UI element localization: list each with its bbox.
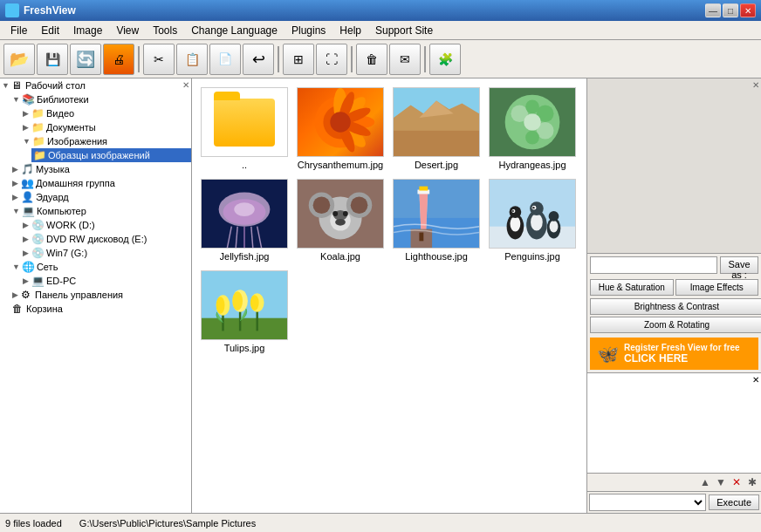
hue-saturation-button[interactable]: Hue & Saturation	[590, 279, 674, 296]
right-panel-close-button[interactable]: ✕	[752, 80, 759, 90]
thumbnail-penguins[interactable]: Penguins.jpg	[484, 174, 580, 266]
thumbnail-parent-folder[interactable]: ..	[196, 83, 292, 174]
dvd-e-icon: 💿	[31, 233, 45, 245]
trash-label: Корзина	[26, 304, 63, 314]
menu-help[interactable]: Help	[333, 23, 368, 38]
expand-icon: ▶	[23, 123, 30, 132]
expand-icon: ▶	[23, 221, 30, 229]
fullscreen-button[interactable]: ⛶	[316, 44, 347, 75]
expand-icon: ▶	[23, 249, 30, 257]
work-d-label: WORK (D:)	[46, 220, 95, 230]
plugin-button[interactable]: 🧩	[429, 44, 461, 75]
menu-file[interactable]: File	[3, 23, 34, 38]
svg-point-38	[351, 196, 368, 214]
expand-icon: ▼	[12, 95, 20, 104]
sidebar-item-win7-g[interactable]: ▶ 💿 Win7 (G:)	[21, 246, 191, 260]
toolbar: 📂 💾 🔄 🖨 ✂ 📋 📄 ↩ ⊞ ⛶ 🗑 ✉ 🧩	[0, 40, 761, 78]
sidebar-item-libraries[interactable]: ▼ 📚 Библиотеки	[10, 92, 191, 106]
svg-point-66	[549, 211, 559, 222]
save-as-button[interactable]: Save as :	[720, 256, 758, 274]
sidebar-item-sample-images[interactable]: 📁 Образцы изображений	[31, 148, 191, 162]
sidebar-item-computer[interactable]: ▼ 💻 Компьютер	[10, 204, 191, 218]
menu-support-site[interactable]: Support Site	[368, 23, 440, 38]
sidebar-item-dvd-e[interactable]: ▶ 💿 DVD RW дисковод (E:)	[21, 232, 191, 246]
sidebar-item-control-panel[interactable]: ▶ ⚙ Панель управления	[10, 288, 191, 302]
menu-change-language[interactable]: Change Language	[184, 23, 285, 38]
sidebar-item-music[interactable]: ▶ 🎵 Музыка	[10, 162, 191, 176]
thumbnail-jellyfish[interactable]: Jellyfish.jpg	[196, 174, 292, 266]
tulips-svg	[202, 270, 287, 340]
main-area: ✕ ▼ 🖥 Рабочий стол ▼ 📚 Библиотеки ▶ 📁 Ви…	[0, 78, 761, 513]
menu-edit[interactable]: Edit	[34, 23, 66, 38]
script-dropdown[interactable]	[589, 494, 706, 511]
thumbnail-label: Desert.jpg	[415, 160, 458, 170]
minimize-button[interactable]: —	[705, 3, 721, 17]
sidebar-item-ed-pc[interactable]: ▶ 💻 ED-PC	[21, 274, 191, 288]
thumbnail-label: Jellyfish.jpg	[220, 251, 270, 262]
thumbnail-desert[interactable]: Desert.jpg	[388, 83, 484, 174]
sidebar-item-edward[interactable]: ▶ 👤 Эдуард	[10, 190, 191, 204]
rotate-left-button[interactable]: ↩	[243, 44, 274, 75]
sidebar-item-video[interactable]: ▶ 📁 Видео	[21, 106, 191, 120]
thumbnail-lighthouse[interactable]: Lighthouse.jpg	[388, 174, 484, 266]
menu-tools[interactable]: Tools	[146, 23, 184, 38]
sidebar-item-documents[interactable]: ▶ 📁 Документы	[21, 120, 191, 134]
thumbnail-tulips[interactable]: Tulips.jpg	[196, 266, 292, 358]
close-button[interactable]: ✕	[740, 3, 756, 17]
arrow-down-button[interactable]: ▼	[714, 475, 728, 489]
thumbnail-koala[interactable]: Koala.jpg	[292, 174, 388, 266]
sidebar: ✕ ▼ 🖥 Рабочий стол ▼ 📚 Библиотеки ▶ 📁 Ви…	[0, 78, 192, 513]
homegroup-label: Домашняя группа	[36, 178, 115, 188]
sidebar-item-work-d[interactable]: ▶ 💿 WORK (D:)	[21, 218, 191, 232]
thumbnail-image	[297, 87, 384, 157]
thumbnail-image	[297, 179, 384, 249]
save-input[interactable]	[590, 256, 717, 274]
save-button[interactable]: 💾	[37, 44, 68, 75]
menu-image[interactable]: Image	[66, 23, 109, 38]
maximize-button[interactable]: □	[723, 3, 738, 17]
sidebar-item-network[interactable]: ▼ 🌐 Сеть	[10, 260, 191, 274]
expand-icon: ▼	[12, 263, 20, 271]
work-d-icon: 💿	[31, 219, 45, 231]
brightness-contrast-button[interactable]: Brightness & Contrast	[590, 298, 761, 315]
expand-button[interactable]: ✱	[745, 475, 759, 489]
right-bottom-close[interactable]: ✕	[752, 375, 759, 385]
network-label: Сеть	[37, 262, 58, 272]
email-button[interactable]: ✉	[389, 44, 421, 75]
menu-view[interactable]: View	[109, 23, 146, 38]
thumbnail-label: Lighthouse.jpg	[405, 251, 468, 262]
slideshow-button[interactable]: ⊞	[283, 44, 314, 75]
paste-button[interactable]: 📄	[209, 44, 241, 75]
execute-button[interactable]: Execute	[709, 494, 759, 510]
save-row: Save as :	[587, 253, 761, 276]
thumbnail-label: Chrysanthemum.jpg	[298, 160, 383, 170]
arrow-up-button[interactable]: ▲	[698, 475, 712, 489]
separator-1	[138, 46, 140, 72]
register-text-line1: Register Fresh View for free	[624, 343, 740, 352]
svg-point-56	[510, 206, 522, 218]
refresh-button[interactable]: 🔄	[70, 44, 101, 75]
delete-script-button[interactable]: ✕	[730, 475, 744, 489]
register-banner[interactable]: 🦋 Register Fresh View for free CLICK HER…	[590, 338, 758, 370]
svg-point-42	[343, 211, 348, 216]
sidebar-item-desktop[interactable]: ▼ 🖥 Рабочий стол	[0, 78, 191, 92]
zoom-rotating-button[interactable]: Zoom & Rotating	[590, 317, 761, 333]
thumbnail-hydrangeas[interactable]: Hydrangeas.jpg	[484, 83, 580, 174]
delete-button[interactable]: 🗑	[356, 44, 387, 75]
thumbnail-chrysanthemum[interactable]: Chrysanthemum.jpg	[292, 83, 388, 174]
image-effects-button[interactable]: Image Effects	[675, 279, 759, 296]
cut-button[interactable]: ✂	[143, 44, 175, 75]
sidebar-item-images[interactable]: ▼ 📁 Изображения	[21, 134, 191, 148]
sidebar-item-trash[interactable]: 🗑 Корзина	[10, 302, 191, 316]
sidebar-item-homegroup[interactable]: ▶ 👥 Домашняя группа	[10, 176, 191, 190]
menu-plugins[interactable]: Plugins	[285, 23, 333, 38]
svg-point-75	[216, 297, 225, 314]
print-button[interactable]: 🖨	[103, 44, 134, 75]
thumbnail-image	[201, 179, 288, 249]
thumbnail-label: ..	[242, 160, 247, 170]
open-folder-button[interactable]: 📂	[3, 44, 35, 75]
sidebar-close-button[interactable]: ✕	[182, 80, 189, 90]
thumbnail-label: Penguins.jpg	[504, 251, 560, 262]
copy-button[interactable]: 📋	[176, 44, 208, 75]
lighthouse-svg	[394, 179, 479, 249]
